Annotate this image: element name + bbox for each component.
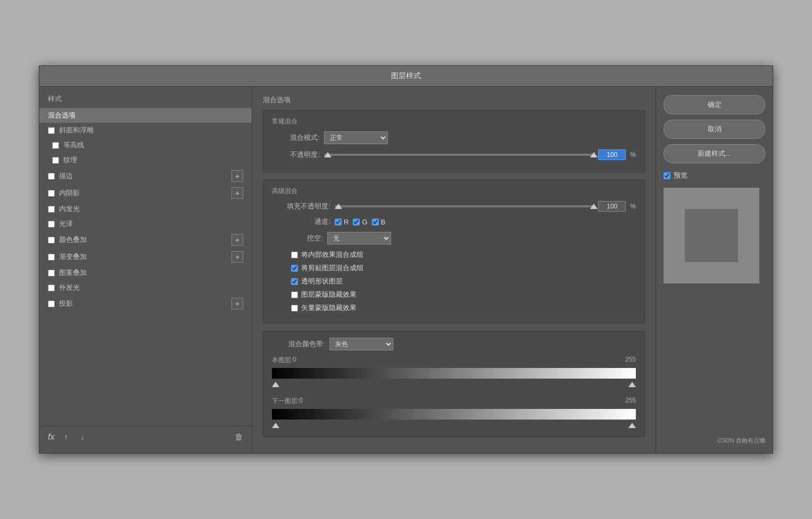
blend-mode-select[interactable]: 正常 溶解 变暗 正片叠底 xyxy=(324,131,388,144)
this-layer-bar[interactable] xyxy=(272,368,636,379)
next-layer-thumb-right[interactable] xyxy=(628,423,636,428)
satin-checkbox[interactable] xyxy=(48,221,55,228)
sidebar-item-texture[interactable]: 纹理 xyxy=(39,153,252,168)
sidebar-item-pattern-overlay[interactable]: 图案叠加 xyxy=(39,265,252,280)
preview-label: 预览 xyxy=(674,171,687,180)
option2-checkbox[interactable] xyxy=(291,265,298,272)
cancel-button[interactable]: 取消 xyxy=(664,120,765,139)
fill-opacity-slider-track[interactable] xyxy=(335,205,594,207)
fill-opacity-thumb-left[interactable] xyxy=(335,204,342,209)
sidebar-item-satin[interactable]: 光泽 xyxy=(39,216,252,231)
outer-glow-checkbox[interactable] xyxy=(48,284,55,291)
preview-checkbox[interactable] xyxy=(664,172,670,179)
sidebar-item-inner-shadow[interactable]: 内阴影 + xyxy=(39,185,252,202)
sidebar-item-outer-glow[interactable]: 外发光 xyxy=(39,280,252,295)
option5-checkbox[interactable] xyxy=(291,305,298,312)
this-layer-thumb-left[interactable] xyxy=(272,382,279,387)
layer-style-dialog: 图层样式 样式 混合选项 斜面和浮雕 等高线 纹理 xyxy=(39,65,773,454)
fill-opacity-row: 填充不透明度: % xyxy=(272,201,636,212)
gradient-overlay-checkbox[interactable] xyxy=(48,254,55,261)
opacity-slider-thumb-right[interactable] xyxy=(590,152,598,157)
channels-label: 通道: xyxy=(272,217,330,227)
option5-row: 矢量蒙版隐藏效果 xyxy=(272,303,636,313)
channel-g-item: G xyxy=(353,218,367,226)
opacity-slider-container xyxy=(324,154,594,156)
next-layer-gradient: 下一图层: 0 255 xyxy=(272,397,636,430)
band-select[interactable]: 灰色 红色 绿色 蓝色 xyxy=(329,338,393,350)
knockout-select[interactable]: 无 浅 深 xyxy=(327,232,391,245)
gradient-overlay-label: 渐变叠加 xyxy=(59,252,231,262)
gradient-overlay-add-button[interactable]: + xyxy=(231,251,243,263)
option1-checkbox[interactable] xyxy=(291,252,298,258)
inner-shadow-add-button[interactable]: + xyxy=(231,187,243,199)
opacity-slider-track[interactable] xyxy=(324,154,594,156)
channel-g-label: G xyxy=(362,218,367,226)
blend-options-label: 混合选项 xyxy=(48,111,243,120)
pattern-overlay-checkbox[interactable] xyxy=(48,270,55,277)
channel-b-checkbox[interactable] xyxy=(372,219,379,225)
stroke-label: 描边 xyxy=(59,171,231,181)
color-overlay-add-button[interactable]: + xyxy=(231,234,243,246)
fill-opacity-slider-container xyxy=(335,205,594,207)
sidebar-item-inner-glow[interactable]: 内发光 xyxy=(39,202,252,216)
sidebar-item-drop-shadow[interactable]: 投影 + xyxy=(39,295,252,312)
drop-shadow-checkbox[interactable] xyxy=(48,300,55,307)
this-layer-max: 255 xyxy=(625,356,636,365)
option3-checkbox[interactable] xyxy=(291,278,298,285)
option2-label: 将剪贴图层混合成组 xyxy=(301,263,363,273)
inner-glow-label: 内发光 xyxy=(59,204,243,214)
option4-label: 图层蒙版隐藏效果 xyxy=(301,290,357,299)
drop-shadow-label: 投影 xyxy=(59,299,231,308)
channel-r-label: R xyxy=(344,218,349,226)
fill-opacity-input[interactable] xyxy=(598,201,626,212)
this-layer-thumb-right[interactable] xyxy=(628,382,636,387)
opacity-input[interactable] xyxy=(598,149,626,160)
this-layer-min: 0 xyxy=(293,356,296,365)
next-layer-text: 下一图层: xyxy=(272,397,299,406)
ok-button[interactable]: 确定 xyxy=(664,95,765,114)
fill-opacity-thumb-right[interactable] xyxy=(590,204,598,209)
channel-r-checkbox[interactable] xyxy=(335,219,342,225)
center-panel: 混合选项 常规混合 混合模式: 正常 溶解 变暗 正片叠底 不透明度: xyxy=(252,87,656,453)
contour-checkbox[interactable] xyxy=(52,142,59,149)
fill-opacity-pct: % xyxy=(630,203,636,210)
sidebar-item-blend-options[interactable]: 混合选项 xyxy=(39,108,252,123)
opacity-slider-thumb[interactable] xyxy=(324,152,332,157)
inner-shadow-checkbox[interactable] xyxy=(48,190,55,197)
stroke-add-button[interactable]: + xyxy=(231,170,243,182)
option4-checkbox[interactable] xyxy=(291,291,298,298)
next-layer-labels: 下一图层: 0 255 xyxy=(272,397,636,406)
new-style-button[interactable]: 新建样式... xyxy=(664,144,765,163)
advanced-blend-subtitle: 高级混合 xyxy=(272,187,636,196)
stroke-checkbox[interactable] xyxy=(48,173,55,180)
channels-row: 通道: R G B xyxy=(272,217,636,227)
drop-shadow-add-button[interactable]: + xyxy=(231,298,243,309)
opacity-label: 不透明度: xyxy=(272,150,320,160)
right-panel: 确定 取消 新建样式... 预览 CSDN @她有点懒 xyxy=(656,87,773,453)
color-overlay-checkbox[interactable] xyxy=(48,237,55,244)
delete-icon[interactable]: 🗑 xyxy=(235,432,243,442)
this-layer-labels: 本图层: 0 255 xyxy=(272,356,636,365)
option3-label: 透明形状图层 xyxy=(301,277,343,286)
bevel-emboss-checkbox[interactable] xyxy=(48,127,55,134)
texture-checkbox[interactable] xyxy=(52,157,59,164)
move-up-button[interactable]: ↑ xyxy=(61,432,71,442)
option3-row: 透明形状图层 xyxy=(272,277,636,286)
channel-g-checkbox[interactable] xyxy=(353,219,360,225)
next-layer-slider-row xyxy=(272,423,636,430)
bevel-emboss-label: 斜面和浮雕 xyxy=(59,125,243,135)
sidebar-item-color-overlay[interactable]: 颜色叠加 + xyxy=(39,231,252,248)
dialog-titlebar: 图层样式 xyxy=(39,66,773,87)
next-layer-thumb-left[interactable] xyxy=(272,423,279,428)
move-down-button[interactable]: ↓ xyxy=(77,432,87,442)
inner-glow-checkbox[interactable] xyxy=(48,206,55,213)
option1-label: 将内部效果混合成组 xyxy=(301,250,363,260)
blend-mode-label: 混合模式: xyxy=(272,133,320,143)
outer-glow-label: 外发光 xyxy=(59,283,243,292)
sidebar-item-bevel-emboss[interactable]: 斜面和浮雕 xyxy=(39,123,252,138)
sidebar-item-stroke[interactable]: 描边 + xyxy=(39,168,252,185)
sidebar-item-contour[interactable]: 等高线 xyxy=(39,138,252,153)
channel-r-item: R xyxy=(335,218,349,226)
sidebar-item-gradient-overlay[interactable]: 渐变叠加 + xyxy=(39,248,252,265)
next-layer-bar[interactable] xyxy=(272,409,636,420)
